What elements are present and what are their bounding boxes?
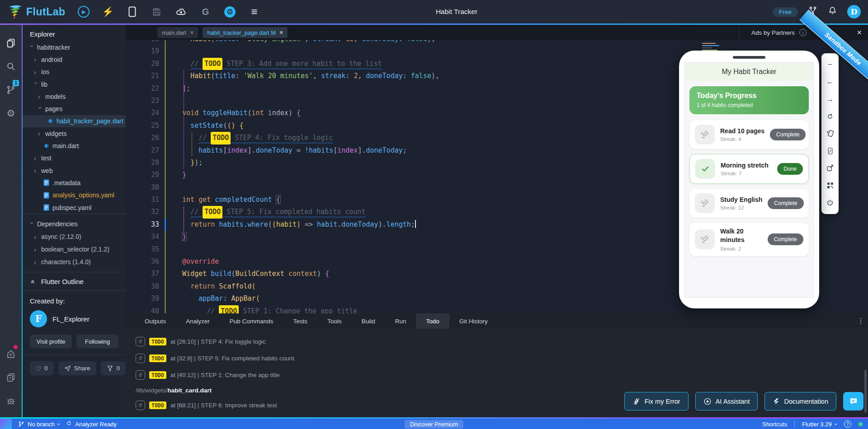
nav-back-button[interactable]: ← bbox=[825, 76, 835, 87]
panel-tab-tools[interactable]: Tools bbox=[317, 313, 352, 329]
run-project-button[interactable]: ▶ bbox=[77, 5, 90, 18]
tree-item-analysis_options.yaml[interactable]: analysis_options.yaml bbox=[23, 189, 126, 201]
tree-item-web[interactable]: ›web bbox=[23, 164, 126, 177]
code-line-18[interactable]: 18 Habit(title: 'Study English', streak:… bbox=[126, 40, 868, 45]
resize-device-button[interactable] bbox=[825, 145, 835, 156]
tree-item-test[interactable]: ›test bbox=[23, 152, 126, 164]
tree-item-lib[interactable]: ›lib bbox=[23, 78, 126, 90]
flutter-version-selector[interactable]: Flutter 3.29 › bbox=[802, 421, 837, 428]
main-menu-button[interactable]: ≡ bbox=[248, 5, 261, 18]
panel-tab-todo[interactable]: Todo bbox=[416, 313, 449, 329]
tree-item-.metadata[interactable]: .metadata bbox=[23, 177, 126, 189]
goto-todo-icon[interactable] bbox=[136, 337, 145, 346]
creator-avatar[interactable]: F bbox=[30, 310, 47, 327]
reload-preview-button[interactable] bbox=[825, 111, 835, 122]
tree-item-pubspec.yaml[interactable]: pubspec.yaml bbox=[23, 201, 126, 214]
flutlab-logo[interactable]: FlutLab bbox=[7, 4, 66, 19]
user-avatar[interactable]: D bbox=[847, 5, 861, 19]
rail-help-docs-button[interactable]: ? bbox=[0, 366, 22, 389]
power-off-button[interactable] bbox=[825, 197, 835, 208]
panel-tab-tests[interactable]: Tests bbox=[283, 313, 318, 329]
dependency-item[interactable]: ›characters (1.4.0) bbox=[23, 256, 126, 268]
rotate-device-button[interactable] bbox=[825, 128, 835, 139]
qr-code-button[interactable] bbox=[825, 180, 835, 191]
rail-search-button[interactable] bbox=[0, 55, 22, 78]
todo-row[interactable]: TODOat [32:8] | STEP 5: Fix completed ha… bbox=[136, 350, 868, 367]
tree-item-models[interactable]: ›models bbox=[23, 90, 126, 103]
info-icon[interactable]: i bbox=[799, 29, 807, 36]
habit-card[interactable]: Read 10 pagesStreak: 4Complete bbox=[689, 120, 809, 149]
hot-reload-button[interactable]: ⚡ bbox=[102, 5, 114, 18]
google-services-button[interactable]: G bbox=[199, 5, 212, 18]
notifications-button[interactable] bbox=[828, 6, 837, 18]
fork-button[interactable]: 0 bbox=[101, 361, 126, 375]
shortcuts-button[interactable]: Shortcuts bbox=[762, 421, 787, 428]
panel-tab-analyzer[interactable]: Analyzer bbox=[176, 313, 220, 329]
close-preview-button[interactable]: × bbox=[857, 28, 862, 37]
rail-debug-button[interactable] bbox=[0, 389, 22, 413]
visit-profile-button[interactable]: Visit profile bbox=[30, 335, 72, 348]
chat-button[interactable] bbox=[843, 392, 863, 410]
rail-settings-button[interactable]: ⚙ bbox=[0, 102, 22, 125]
documentation-button[interactable]: Documentation bbox=[764, 392, 836, 410]
fix-my-error-button[interactable]: Fix my Error bbox=[624, 392, 689, 410]
panel-tab-build[interactable]: Build bbox=[352, 313, 385, 329]
goto-todo-icon[interactable] bbox=[136, 401, 145, 410]
device-preview-button[interactable] bbox=[126, 5, 139, 18]
close-tab-icon[interactable]: × bbox=[279, 29, 283, 36]
following-button[interactable]: Following bbox=[76, 335, 118, 348]
save-button[interactable] bbox=[151, 5, 163, 18]
tree-item-widgets[interactable]: ›widgets bbox=[23, 127, 126, 140]
tree-item-habittracker[interactable]: ›habittracker bbox=[23, 41, 126, 53]
tree-item-main.dart[interactable]: main.dart bbox=[23, 140, 126, 152]
panel-overflow-button[interactable]: ⋮ bbox=[857, 317, 864, 325]
panel-tab-outputs[interactable]: Outputs bbox=[135, 313, 176, 329]
goto-todo-icon[interactable] bbox=[136, 354, 145, 363]
qr-code-icon bbox=[826, 182, 834, 189]
settings-button[interactable]: ⚙ bbox=[224, 5, 236, 18]
habit-status-pill[interactable]: Complete bbox=[770, 129, 806, 140]
panel-scrollbar[interactable] bbox=[864, 370, 867, 413]
help-button[interactable]: ? bbox=[844, 420, 851, 428]
editor-tab-main.dart[interactable]: main.dart× bbox=[157, 27, 198, 38]
goto-todo-icon[interactable] bbox=[136, 370, 145, 380]
habit-status-pill[interactable]: Complete bbox=[768, 233, 803, 245]
panel-tab-run[interactable]: Run bbox=[385, 313, 416, 329]
habit-status-pill[interactable]: Done bbox=[777, 163, 803, 175]
dependency-item[interactable]: ›boolean_selector (2.1.2) bbox=[23, 243, 126, 256]
close-tab-icon[interactable]: × bbox=[190, 29, 193, 36]
habit-card[interactable]: Morning stretchStreak: 7Done bbox=[689, 154, 809, 184]
power-icon bbox=[826, 199, 834, 207]
habit-card[interactable]: Walk 20 minutesStreak: 2Complete bbox=[689, 223, 809, 256]
tree-item-habit_tracker_page.dart[interactable]: habit_tracker_page.dartM bbox=[23, 115, 126, 127]
cloud-download-button[interactable] bbox=[175, 5, 188, 18]
share-button[interactable]: Share bbox=[58, 361, 96, 375]
branch-selector[interactable]: No branch › bbox=[18, 421, 60, 428]
habit-card[interactable]: Study EnglishStreak: 12Complete bbox=[689, 189, 809, 218]
rail-files-button[interactable] bbox=[0, 31, 22, 55]
rail-source-control-button[interactable]: 1 bbox=[0, 78, 22, 102]
collapse-preview-button[interactable]: − bbox=[825, 59, 835, 70]
open-external-button[interactable] bbox=[825, 163, 835, 173]
analyzer-status[interactable]: Analyzer Ready bbox=[66, 420, 117, 428]
files-icon bbox=[6, 38, 16, 48]
ai-assistant-button[interactable]: AI Assistant bbox=[695, 392, 758, 410]
todo-row[interactable]: TODOat [26:10] | STEP 4: Fix toggle logi… bbox=[136, 333, 868, 350]
panel-tab-git-history[interactable]: Git History bbox=[449, 313, 498, 329]
plan-badge[interactable]: Free bbox=[773, 7, 798, 17]
tree-item-pages[interactable]: ›pages bbox=[23, 103, 126, 115]
flutter-outline-toggle[interactable]: ‹‹ Flutter Outline bbox=[23, 272, 126, 291]
help-docs-icon: ? bbox=[6, 373, 16, 382]
dependency-item[interactable]: ›async (2.12.0) bbox=[23, 230, 126, 243]
rail-home-button[interactable]: R bbox=[0, 342, 22, 366]
nav-forward-button[interactable]: → bbox=[825, 94, 835, 105]
dependencies-header[interactable]: › Dependencies bbox=[23, 218, 126, 230]
like-button[interactable]: ♡ 0 bbox=[30, 361, 54, 375]
discover-premium-button[interactable]: Discover Premium bbox=[405, 420, 463, 429]
habit-status-pill[interactable]: Complete bbox=[768, 197, 803, 209]
panel-tab-pub-commands[interactable]: Pub Commands bbox=[220, 313, 283, 329]
tree-item-ios[interactable]: ›ios bbox=[23, 66, 126, 78]
tree-item-android[interactable]: ›android bbox=[23, 53, 126, 65]
editor-tab-habit_tracker_page.dart[interactable]: habit_tracker_page.dart M× bbox=[203, 27, 288, 38]
todo-row[interactable]: TODOat [40:12] | STEP 1: Change the app … bbox=[136, 367, 868, 383]
